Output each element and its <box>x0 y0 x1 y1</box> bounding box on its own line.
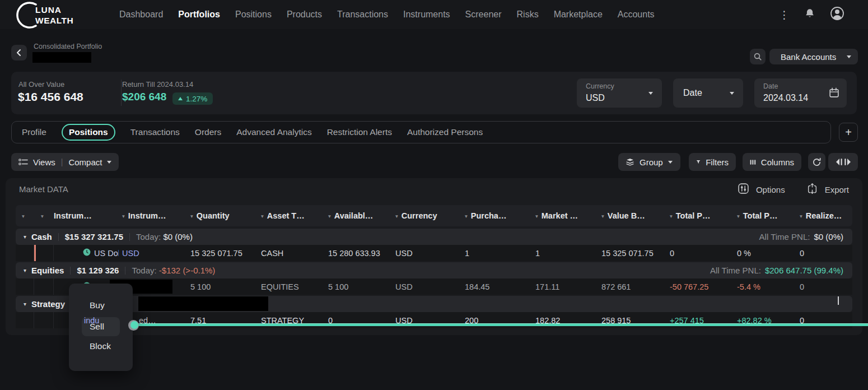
sort-caret-icon <box>601 213 604 219</box>
collapse-caret-icon[interactable] <box>24 301 26 307</box>
options-label[interactable]: Options <box>756 185 785 194</box>
up-arrow-icon <box>178 97 183 100</box>
nav-item-risks[interactable]: Risks <box>517 10 539 20</box>
group-total: $15 327 321.75 <box>65 232 123 242</box>
nav-item-transactions[interactable]: Transactions <box>337 10 388 20</box>
instrument-id-cell[interactable]: USD <box>119 245 187 261</box>
sort-caret-icon <box>261 213 264 219</box>
alltime-pnl-value: $206 647.75 (99.4%) <box>765 266 843 275</box>
context-menu-item-buy[interactable]: Buy <box>90 300 105 310</box>
nav-item-products[interactable]: Products <box>287 10 322 20</box>
header-realized[interactable]: Realize… <box>796 205 852 226</box>
header-quantity[interactable]: Quantity <box>187 205 258 226</box>
user-avatar-icon[interactable] <box>830 6 844 23</box>
redacted-portfolio-name <box>32 52 91 63</box>
panel-toggle-icon <box>835 158 852 166</box>
header-value-base[interactable]: Value B… <box>598 205 666 226</box>
tab-transactions[interactable]: Transactions <box>130 127 180 137</box>
search-icon <box>753 52 762 61</box>
header-expander-col2[interactable] <box>34 205 54 226</box>
redacted-strategy-total <box>138 296 268 311</box>
bank-accounts-dropdown[interactable]: Bank Accounts <box>769 49 858 64</box>
nav-item-portfolios[interactable]: Portfolios <box>178 10 220 20</box>
export-label[interactable]: Export <box>825 185 849 194</box>
header-instrument-id[interactable]: Instrum… <box>119 205 187 226</box>
today-label: Today: <box>132 266 156 275</box>
divider <box>129 233 130 241</box>
alltime-pnl-label: All Time PNL: <box>710 266 761 275</box>
sort-caret-icon <box>465 213 468 219</box>
instrument-name-cell[interactable]: US Dollar… <box>54 245 119 261</box>
nav-item-screener[interactable]: Screener <box>465 10 502 20</box>
search-button[interactable] <box>750 49 766 64</box>
portfolio-summary-panel: All Over Value $16 456 648 Return Till 2… <box>11 72 857 114</box>
divider <box>121 80 122 106</box>
divider: | <box>60 157 64 166</box>
collapse-caret-icon[interactable] <box>24 267 26 273</box>
header-total-pnl[interactable]: Total P… <box>666 205 734 226</box>
text-cursor <box>838 296 839 305</box>
sort-caret-icon <box>535 213 538 219</box>
filters-button[interactable]: Filters <box>689 153 736 171</box>
layers-icon <box>626 157 634 166</box>
tab-authorized-persons[interactable]: Authorized Persons <box>407 127 483 137</box>
group-row-equities[interactable]: Equities $1 129 326 Today: -$132 (>-0.1%… <box>16 262 852 278</box>
collapse-expand-panels-button[interactable] <box>828 153 858 171</box>
bank-accounts-label: Bank Accounts <box>781 52 836 62</box>
header-asset-type[interactable]: Asset T… <box>258 205 325 226</box>
chevron-down-icon <box>668 161 673 164</box>
alltime-pnl-label: All Time PNL: <box>759 232 810 242</box>
header-purchase[interactable]: Purcha… <box>461 205 532 226</box>
return-value: $206 648 <box>122 91 166 103</box>
table-row-us-dollar[interactable]: US Dollar… USD 15 325 071.75 CASH 15 280… <box>16 245 852 261</box>
logo-line2: WEALTH <box>35 16 73 25</box>
header-instrument-name[interactable]: Instrum… <box>54 205 119 226</box>
options-icon[interactable] <box>738 183 749 196</box>
drag-handle-dot[interactable] <box>128 320 139 331</box>
group-total: $1 129 326 <box>77 266 119 275</box>
export-icon[interactable] <box>806 183 818 196</box>
context-menu-item-block[interactable]: Block <box>90 341 111 351</box>
filters-label: Filters <box>706 157 729 167</box>
instrument-name-cell[interactable]: indu <box>54 312 119 328</box>
header-total-pnl-pct[interactable]: Total P… <box>734 205 796 226</box>
sort-caret-icon <box>670 213 673 219</box>
divider <box>70 267 71 275</box>
group-label: Group <box>640 157 663 167</box>
date-field[interactable]: Date 2024.03.14 <box>754 78 847 108</box>
tab-advanced-analytics[interactable]: Advanced Analytics <box>236 127 311 137</box>
collapse-caret-icon[interactable] <box>24 234 26 240</box>
header-market[interactable]: Market … <box>532 205 598 226</box>
back-button[interactable] <box>11 45 27 61</box>
currency-dropdown[interactable]: Currency USD <box>577 78 662 108</box>
sort-caret-icon <box>737 213 740 219</box>
nav-item-positions[interactable]: Positions <box>235 10 272 20</box>
nav-item-instruments[interactable]: Instruments <box>403 10 450 20</box>
tab-orders[interactable]: Orders <box>195 127 221 137</box>
tab-profile[interactable]: Profile <box>22 127 46 137</box>
views-selector[interactable]: Views | Compact <box>11 153 119 171</box>
nav-item-dashboard[interactable]: Dashboard <box>119 10 163 20</box>
tab-positions[interactable]: Positions <box>62 124 115 141</box>
refresh-icon <box>812 157 822 167</box>
sort-caret-icon <box>328 213 331 219</box>
nav-item-marketplace[interactable]: Marketplace <box>554 10 603 20</box>
header-available[interactable]: Availabl… <box>325 205 392 226</box>
kebab-menu-icon[interactable]: ⋮ <box>779 10 790 20</box>
tab-restriction-alerts[interactable]: Restriction Alerts <box>327 127 392 137</box>
row-accent-bar <box>34 245 54 261</box>
refresh-button[interactable] <box>808 153 825 171</box>
add-tab-button[interactable]: + <box>839 123 858 142</box>
header-currency[interactable]: Currency <box>392 205 461 226</box>
columns-button[interactable]: Columns <box>743 153 801 171</box>
chevron-down-icon <box>730 92 734 95</box>
bell-icon[interactable] <box>804 8 815 22</box>
date-mode-dropdown[interactable]: Date <box>673 78 743 108</box>
group-button[interactable]: Group <box>618 153 680 171</box>
nav-item-accounts[interactable]: Accounts <box>618 10 655 20</box>
header-expander-col[interactable] <box>16 205 34 226</box>
calendar-icon[interactable] <box>828 87 840 101</box>
group-row-cash[interactable]: Cash $15 327 321.75 Today: $0 (0%) All T… <box>16 229 852 245</box>
portfolio-tabs: Profile Positions Transactions Orders Ad… <box>11 121 831 143</box>
drag-guide-line[interactable] <box>134 323 868 326</box>
